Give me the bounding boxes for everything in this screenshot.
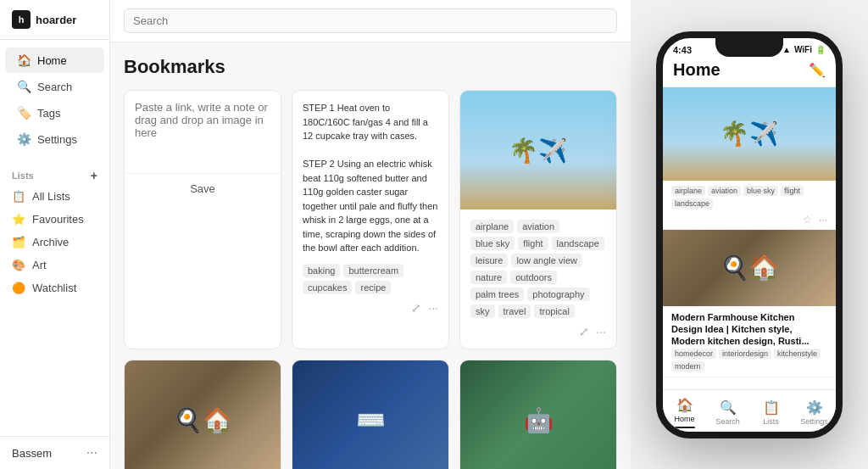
phone-card-kitchen: 🍳🏠 Modern Farmhouse Kitchen Design Idea … bbox=[663, 230, 836, 378]
phone-nav-search[interactable]: 🔍 Search bbox=[706, 396, 749, 426]
tags-icon: 🏷️ bbox=[17, 106, 31, 120]
phone-bottom-nav: 🏠 Home 🔍 Search 📋 Lists ⚙️ Settings bbox=[663, 389, 836, 432]
home-icon: 🏠 bbox=[17, 53, 31, 67]
phone-settings-icon: ⚙️ bbox=[806, 399, 823, 416]
phone-notch bbox=[715, 38, 783, 57]
phone-nav-search-label: Search bbox=[715, 417, 740, 426]
phone-tag-blue-sky: blue sky bbox=[743, 186, 778, 196]
art-icon: 🎨 bbox=[12, 259, 25, 271]
expand-button-airplane[interactable]: ⤢ bbox=[579, 325, 589, 338]
search-input[interactable] bbox=[124, 8, 617, 33]
tag-buttercream: buttercream bbox=[343, 264, 403, 277]
phone-tag-homedecor: homedecor bbox=[671, 349, 716, 359]
app-logo: h hoarder bbox=[0, 0, 109, 40]
phone-tag-flight: flight bbox=[781, 186, 804, 196]
more-button[interactable]: ··· bbox=[428, 301, 438, 315]
phone-kitchen-image: 🍳🏠 bbox=[663, 230, 836, 306]
bookmark-card-kitchen: 🍳🏠 Modern Farmhouse Kitchen Design Idea … bbox=[124, 360, 281, 469]
phone-lists-icon: 📋 bbox=[763, 399, 780, 416]
phone-home-icon: 🏠 bbox=[676, 397, 693, 413]
phone-sky-tags: airplane aviation blue sky flight landsc… bbox=[663, 181, 836, 210]
phone-tag-aviation: aviation bbox=[708, 186, 741, 196]
sidebar-footer: Bassem ··· bbox=[0, 436, 109, 469]
phone-nav-lists[interactable]: 📋 Lists bbox=[749, 396, 793, 426]
phone-page-title: Home bbox=[673, 60, 721, 80]
recipe-tags: baking buttercream cupcakes recipe bbox=[303, 264, 438, 294]
phone-tag-landscape: landscape bbox=[671, 198, 713, 209]
airplane-image: 🌴✈️ bbox=[460, 91, 616, 209]
user-menu-button[interactable]: ··· bbox=[86, 445, 97, 461]
tag-aviation: aviation bbox=[517, 220, 559, 233]
phone-tag-kitchenstyle: kitchenstyle bbox=[774, 349, 821, 359]
phone-tag-modern: modern bbox=[671, 361, 704, 371]
sidebar-item-settings[interactable]: ⚙️ Settings bbox=[5, 126, 104, 152]
phone-kitchen-title-area: Modern Farmhouse Kitchen Design Idea | K… bbox=[663, 306, 836, 349]
list-item-art[interactable]: 🎨 Art bbox=[0, 254, 109, 276]
phone-nav-home-label: Home bbox=[674, 415, 694, 423]
favourites-icon: ⭐ bbox=[12, 213, 25, 226]
phone-kitchen-tags: homedecor interiordesign kitchenstyle mo… bbox=[663, 349, 836, 377]
sidebar-item-home[interactable]: 🏠 Home bbox=[5, 47, 104, 73]
tag-palm-trees: palm trees bbox=[470, 288, 524, 301]
phone-frame: 4:43 ▲ WiFi 🔋 Home ✏️ 🌴✈️ airplane aviat… bbox=[656, 31, 843, 438]
more-button-airplane[interactable]: ··· bbox=[596, 325, 606, 338]
tag-photography: photography bbox=[527, 288, 589, 301]
add-card-footer: Save bbox=[125, 173, 281, 204]
list-item-watchlist[interactable]: 🟠 Watchlist bbox=[0, 276, 109, 299]
tag-baking: baking bbox=[303, 264, 340, 277]
phone-more-button[interactable]: ··· bbox=[819, 214, 827, 226]
bookmarks-area: Bookmarks Save STEP 1 Heat oven to 180C/… bbox=[110, 42, 631, 469]
sidebar-item-home-label: Home bbox=[37, 54, 67, 67]
phone-star-button[interactable]: ☆ bbox=[803, 214, 812, 226]
tag-sky: sky bbox=[470, 304, 495, 318]
expand-button[interactable]: ⤢ bbox=[411, 301, 421, 315]
airplane-tags: airplane aviation blue sky flight landsc… bbox=[470, 220, 606, 318]
list-item-favourites[interactable]: ⭐ Favourites bbox=[0, 208, 109, 231]
main-content: Bookmarks Save STEP 1 Heat oven to 180C/… bbox=[110, 0, 631, 469]
tag-leisure: leisure bbox=[470, 254, 508, 267]
phone-header: Home ✏️ bbox=[663, 55, 836, 87]
add-bookmark-textarea[interactable] bbox=[135, 101, 270, 160]
bookmark-card-recipe: STEP 1 Heat oven to 180C/160C fan/gas 4 … bbox=[292, 90, 449, 349]
bookmark-card-airplane: 🌴✈️ airplane aviation blue sky flight la… bbox=[459, 90, 617, 349]
airplane-card-actions: ⤢ ··· bbox=[470, 325, 606, 338]
phone-search-icon: 🔍 bbox=[720, 399, 737, 416]
lists-container: 📋 All Lists ⭐ Favourites 🗂️ Archive 🎨 Ar… bbox=[0, 185, 109, 299]
sidebar-item-search[interactable]: 🔍 Search bbox=[5, 74, 104, 99]
tag-airplane: airplane bbox=[470, 220, 514, 233]
phone-sky-image: 🌴✈️ bbox=[663, 87, 836, 181]
list-item-all[interactable]: 📋 All Lists bbox=[0, 185, 109, 208]
bookmarks-grid: Save STEP 1 Heat oven to 180C/160C fan/g… bbox=[124, 90, 617, 469]
archive-icon: 🗂️ bbox=[12, 236, 25, 248]
recipe-card-actions: ⤢ ··· bbox=[303, 301, 438, 315]
sidebar-item-settings-label: Settings bbox=[37, 133, 77, 146]
tag-nature: nature bbox=[470, 271, 507, 284]
phone-active-indicator bbox=[675, 427, 695, 428]
phone-nav-settings-label: Settings bbox=[800, 417, 828, 426]
list-item-archive[interactable]: 🗂️ Archive bbox=[0, 231, 109, 254]
signal-icon: ▲ bbox=[782, 45, 791, 54]
keyboard-image: ⌨️ bbox=[292, 360, 448, 469]
phone-nav-home[interactable]: 🏠 Home bbox=[663, 394, 706, 428]
tag-blue-sky: blue sky bbox=[470, 237, 515, 250]
phone-time: 4:43 bbox=[673, 45, 692, 55]
phone-nav-settings[interactable]: ⚙️ Settings bbox=[793, 396, 836, 426]
tag-landscape: landscape bbox=[552, 237, 604, 250]
sidebar-item-tags-label: Tags bbox=[37, 107, 60, 120]
add-list-button[interactable]: + bbox=[91, 170, 97, 181]
lists-section-header: Lists + bbox=[0, 159, 109, 185]
sidebar-item-tags[interactable]: 🏷️ Tags bbox=[5, 100, 104, 126]
search-bar bbox=[110, 0, 631, 42]
save-button[interactable]: Save bbox=[190, 182, 215, 195]
tag-travel: travel bbox=[498, 304, 531, 318]
wifi-icon: WiFi bbox=[794, 45, 812, 54]
add-bookmark-card: Save bbox=[124, 90, 281, 349]
phone-preview: 4:43 ▲ WiFi 🔋 Home ✏️ 🌴✈️ airplane aviat… bbox=[631, 0, 868, 469]
recipe-card-body: STEP 1 Heat oven to 180C/160C fan/gas 4 … bbox=[292, 91, 448, 325]
logo-icon: h bbox=[12, 10, 31, 29]
phone-content: 🌴✈️ airplane aviation blue sky flight la… bbox=[663, 87, 836, 379]
bookmark-card-keyboard: ⌨️ Custom Keyboard Inspired by HHKB Layo… bbox=[292, 360, 449, 469]
phone-edit-icon[interactable]: ✏️ bbox=[809, 62, 826, 78]
user-name: Bassem bbox=[12, 447, 52, 460]
tag-recipe: recipe bbox=[355, 281, 391, 294]
